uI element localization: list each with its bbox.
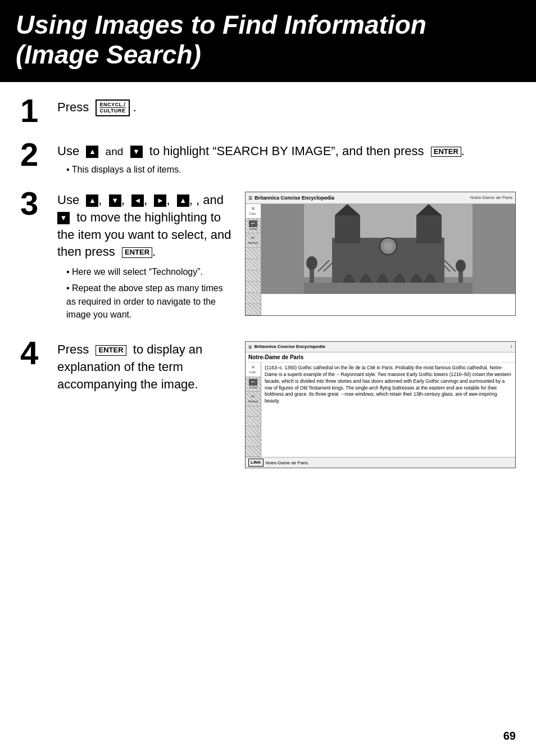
screen2-footer-text: Notre-Dame de Paris. [266, 460, 309, 465]
enter-key-step3: ENTER [122, 247, 152, 258]
step2-content: Use ▲ and ▼ to highlight “SEARCH BY IMAG… [57, 143, 516, 176]
step3-bullet2: Repeat the above step as many times as r… [66, 282, 234, 321]
sidebar-extra1 [246, 248, 261, 259]
step2-bullet1: This displays a list of items. [66, 164, 516, 176]
page-header: Using Images to Find Information (Image … [0, 0, 536, 82]
sidebar-jump: ↩ Jump [246, 219, 261, 233]
step1-text: Press ENCYCL./ CULTURE . [57, 99, 516, 116]
step-number-1: 1 [20, 94, 49, 127]
sidebar-extra4 [246, 282, 261, 293]
arrow-down-key: ▼ [130, 146, 143, 158]
sidebar-marker: ✏ Marker [246, 233, 261, 248]
screen2-sidebar-e4 [246, 437, 261, 447]
page-title: Using Images to Find Information (Image … [16, 10, 520, 70]
screen2-sidebar-e5 [246, 447, 261, 457]
screen2-header-icon: ≡ [248, 343, 252, 350]
arrow-up-key-3: ▲ [86, 194, 98, 207]
screen2-sidebar-e2 [246, 417, 261, 427]
step-number-2: 2 [20, 138, 49, 171]
encycl-culture-key: ENCYCL./ CULTURE [96, 99, 129, 117]
step4-screen: ≡ Britannica Concise Encyclopedia ↕ Notr… [245, 341, 516, 468]
arrow-up-key: ▲ [86, 146, 98, 158]
step4-content: Press ENTER to display an explanation of… [57, 341, 234, 396]
step4-text: Press ENTER to display an explanation of… [57, 341, 234, 393]
encyclopedia-screen-2: ≡ Britannica Concise Encyclopedia ↕ Notr… [245, 341, 516, 468]
sidebar-extra3 [246, 270, 261, 282]
screen2-header-title: Britannica Concise Encyclopedia [254, 344, 510, 349]
sidebar-extra6 [246, 304, 261, 315]
screen2-body: ≡ Calc. ↩ Jump ✏ [246, 363, 515, 457]
screen2-sidebar: ≡ Calc. ↩ Jump ✏ [246, 363, 261, 457]
enter-key-step2: ENTER [431, 147, 461, 157]
step-3-wrapper: 3 Use ▲, ▼, ◄, ►, ▲, , and ▼ to move the… [20, 192, 516, 324]
screen2-footer: LINK Notre-Dame de Paris. [246, 457, 515, 468]
step2-text: Use ▲ and ▼ to highlight “SEARCH BY IMAG… [57, 143, 516, 160]
arrow-right-key-3: ► [154, 194, 166, 207]
step3-content: Use ▲, ▼, ◄, ►, ▲, , and ▼ to move the h… [57, 192, 234, 324]
main-content: 1 Press ENCYCL./ CULTURE . 2 Use ▲ and ▼… [0, 99, 536, 469]
step-4-wrapper: 4 Press ENTER to display an explanation … [20, 341, 516, 468]
screen2-sidebar-e1 [246, 406, 261, 417]
screen1-main [261, 204, 515, 315]
screen1-header-icon: ≡ [248, 194, 252, 202]
sidebar-extra5 [246, 293, 261, 304]
svg-point-17 [456, 260, 466, 272]
svg-rect-5 [416, 215, 442, 243]
arrow-down2-key-3: ▼ [57, 212, 70, 224]
sidebar-extra2 [246, 259, 261, 270]
page-number: 69 [503, 730, 516, 743]
screen2-scroll: ↕ [510, 344, 512, 349]
step3-text: Use ▲, ▼, ◄, ►, ▲, , and ▼ to move the h… [57, 192, 234, 261]
arrow-up2-key-3: ▲ [177, 194, 189, 207]
step1-content: Press ENCYCL./ CULTURE . [57, 99, 516, 120]
step3-screen: ≡ Britannica Concise Encyclopedia Notre-… [245, 192, 516, 316]
svg-point-15 [306, 256, 317, 270]
screen1-header: ≡ Britannica Concise Encyclopedia Notre-… [246, 192, 515, 204]
step-2: 2 Use ▲ and ▼ to highlight “SEARCH BY IM… [20, 143, 516, 176]
link-key: LINK [248, 459, 264, 467]
step-1: 1 Press ENCYCL./ CULTURE . [20, 99, 516, 127]
screen1-body: ≡ Calc. ↩ Jump ✏ [246, 204, 515, 315]
step-number-4: 4 [20, 337, 49, 369]
svg-rect-2 [304, 283, 473, 294]
screen2-header: ≡ Britannica Concise Encyclopedia ↕ [246, 342, 515, 352]
notre-dame-image [261, 204, 515, 294]
step4-left: 4 Press ENTER to display an explanation … [20, 341, 234, 396]
notre-dame-svg [261, 204, 515, 294]
screen1-title: Britannica Concise Encyclopedia [255, 195, 470, 201]
screen1-page: Notre-Dame de Paris [470, 195, 512, 200]
svg-rect-4 [335, 215, 360, 243]
screen2-sidebar-marker: ✏ Marker [246, 392, 261, 406]
screen2-sidebar-e3 [246, 427, 261, 437]
screen1-sidebar: ≡ Calc. ↩ Jump ✏ [246, 204, 261, 315]
encyclopedia-screen-1: ≡ Britannica Concise Encyclopedia Notre-… [245, 192, 516, 316]
step3-left: 3 Use ▲, ▼, ◄, ►, ▲, , and ▼ to move the… [20, 192, 234, 324]
svg-point-9 [384, 242, 393, 251]
sidebar-calc: ≡ Calc. [246, 204, 261, 219]
enter-key-step4: ENTER [96, 345, 126, 356]
step-number-3: 3 [20, 187, 49, 220]
step3-bullets: Here we will select “Technology”. Repeat… [66, 265, 234, 321]
screen2-sidebar-calc: ≡ Calc. [246, 363, 261, 377]
screen2-title: Notre-Dame de Paris [246, 352, 515, 363]
screen2-main-text: (1163–c. 1350) Gothic cathedral on the Î… [261, 363, 515, 457]
screen2-sidebar-jump: ↩ Jump [246, 377, 261, 392]
arrow-left-key-3: ◄ [131, 194, 144, 207]
step3-bullet1: Here we will select “Technology”. [66, 265, 234, 278]
arrow-down-key-3: ▼ [109, 194, 121, 207]
